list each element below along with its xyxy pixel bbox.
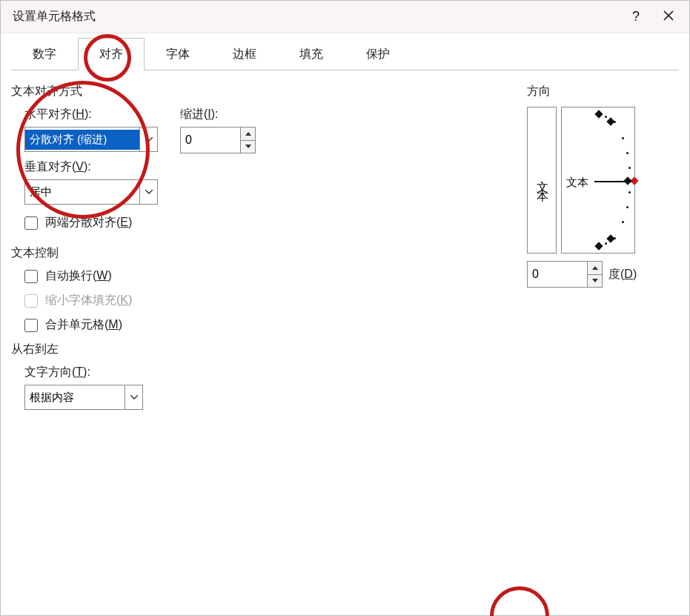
checkbox-icon xyxy=(24,270,38,283)
checkbox-icon xyxy=(24,216,38,230)
indent-up-button[interactable] xyxy=(241,127,255,141)
tab-border[interactable]: 边框 xyxy=(211,38,278,70)
orientation-dial-label: 文本 xyxy=(566,176,588,190)
help-button[interactable]: ? xyxy=(620,1,652,33)
chevron-down-icon xyxy=(139,180,157,204)
vertical-align-select[interactable]: 居中 xyxy=(24,179,158,205)
left-column: 文本对齐方式 水平对齐(H): 分散对齐 (缩进) xyxy=(11,81,527,605)
justify-distributed-label: 两端分散对齐(E) xyxy=(45,215,132,231)
text-alignment-section-label: 文本对齐方式 xyxy=(11,84,517,99)
indent-down-button[interactable] xyxy=(241,141,255,153)
merge-cells-label: 合并单元格(M) xyxy=(45,317,122,333)
shrink-fit-label: 缩小字体填充(K) xyxy=(45,293,132,308)
degree-label: 度(D) xyxy=(608,267,637,282)
dialog-body: 数字 对齐 字体 边框 填充 保护 文本对齐方式 水平对齐(H): xyxy=(1,33,689,615)
chevron-down-icon xyxy=(125,385,142,409)
degree-up-button[interactable] xyxy=(588,262,602,275)
merge-cells-checkbox[interactable]: 合并单元格(M) xyxy=(24,317,517,333)
vertical-align-label: 垂直对齐(V): xyxy=(24,159,158,175)
indent-label: 缩进(I): xyxy=(180,107,256,122)
degree-value: 0 xyxy=(528,265,587,284)
vertical-align-value: 居中 xyxy=(25,182,139,202)
indent-spinner[interactable]: 0 xyxy=(180,127,256,153)
orientation-vertical-button[interactable]: 文本 xyxy=(527,107,557,254)
tab-alignment[interactable]: 对齐 xyxy=(78,38,145,70)
titlebar: 设置单元格格式 ? xyxy=(1,1,689,33)
horizontal-align-label: 水平对齐(H): xyxy=(24,107,158,122)
justify-distributed-checkbox[interactable]: 两端分散对齐(E) xyxy=(24,215,158,231)
orientation-section-label: 方向 xyxy=(527,84,679,99)
rtl-section-label: 从右到左 xyxy=(11,342,517,357)
horizontal-align-value: 分散对齐 (缩进) xyxy=(25,130,139,150)
tab-number[interactable]: 数字 xyxy=(11,38,78,70)
close-icon xyxy=(663,9,674,24)
tab-protection[interactable]: 保护 xyxy=(345,38,411,70)
checkbox-icon xyxy=(24,294,38,308)
text-direction-value: 根据内容 xyxy=(25,388,125,408)
wrap-text-label: 自动换行(W) xyxy=(45,268,112,284)
format-cells-dialog: 设置单元格格式 ? 数字 对齐 字体 边框 填充 保护 文本对齐方式 xyxy=(0,0,690,616)
horizontal-align-select[interactable]: 分散对齐 (缩进) xyxy=(24,127,158,152)
text-direction-label: 文字方向(T): xyxy=(24,365,517,380)
text-control-section-label: 文本控制 xyxy=(11,245,517,261)
wrap-text-checkbox[interactable]: 自动换行(W) xyxy=(24,268,517,284)
orientation-panel: 方向 文本 文本 xyxy=(527,81,679,605)
tab-bar: 数字 对齐 字体 边框 填充 保护 xyxy=(11,38,679,70)
indent-value: 0 xyxy=(181,130,240,150)
tab-fill[interactable]: 填充 xyxy=(278,38,345,70)
tab-font[interactable]: 字体 xyxy=(145,38,211,70)
text-direction-select[interactable]: 根据内容 xyxy=(24,385,143,410)
degree-down-button[interactable] xyxy=(588,275,602,288)
checkbox-icon xyxy=(24,319,38,332)
shrink-fit-checkbox: 缩小字体填充(K) xyxy=(24,293,517,308)
degree-spinner[interactable]: 0 xyxy=(527,261,603,288)
dialog-title: 设置单元格格式 xyxy=(13,9,620,24)
close-button[interactable] xyxy=(652,1,685,33)
chevron-down-icon xyxy=(139,127,157,151)
tab-content: 文本对齐方式 水平对齐(H): 分散对齐 (缩进) xyxy=(11,70,679,605)
orientation-dial[interactable]: 文本 xyxy=(561,107,635,254)
